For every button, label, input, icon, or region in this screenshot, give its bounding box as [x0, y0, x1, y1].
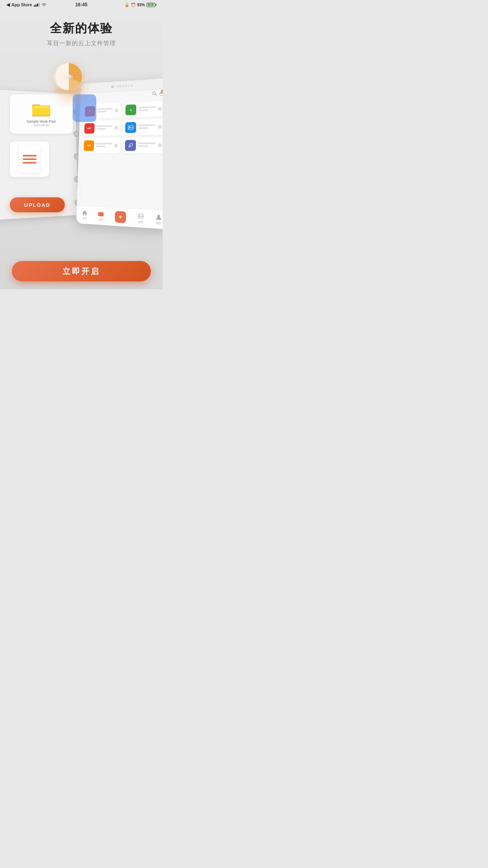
signal-bars: [34, 3, 40, 7]
svg-point-19: [139, 215, 140, 216]
folder-date: 2020.08.08: [33, 123, 49, 127]
svg-line-10: [155, 94, 156, 96]
gallery-icon: [137, 212, 144, 219]
file-info: [138, 124, 156, 130]
tab-files[interactable]: 文件: [98, 210, 104, 222]
svg-point-20: [158, 215, 160, 217]
folder-name: Sample Work Plan: [27, 120, 56, 123]
file-type-excel: X: [125, 104, 136, 115]
tab-plus-button[interactable]: +: [115, 211, 126, 223]
time-display: 16:45: [75, 2, 88, 7]
app-tabbar: 首页 文件 +: [76, 205, 163, 229]
pie-chart: 30%: [51, 59, 86, 94]
pie-label: 30%: [64, 74, 73, 79]
status-left: ◀ App Store: [6, 2, 47, 7]
title-section: 全新的体验 耳目一新的云上文件管理: [0, 9, 163, 51]
file-type-music: [125, 140, 136, 151]
file-info: [96, 125, 113, 131]
search-label: SEARCH: [117, 84, 134, 88]
tab-profile[interactable]: 我的: [155, 213, 162, 225]
folder-tab-icon: [98, 210, 104, 217]
tab-home-label: 首页: [82, 217, 87, 221]
ring-hole: [73, 131, 79, 137]
file-info: [138, 106, 156, 112]
user-icon: [155, 213, 162, 221]
svg-rect-6: [33, 107, 49, 108]
file-more: [115, 108, 119, 112]
file-type-image: [125, 122, 136, 133]
file-item: PPT: [82, 120, 121, 136]
battery-indicator: ⚡: [147, 3, 156, 7]
doc-card: [10, 142, 49, 177]
folder-icon: [31, 101, 51, 117]
file-item: TXT: [81, 138, 120, 153]
main-title: 全新的体验: [0, 20, 163, 37]
alarm-icon: ⏰: [131, 3, 136, 7]
sub-title: 耳目一新的云上文件管理: [0, 40, 163, 47]
home-icon: [82, 210, 88, 216]
file-item: [123, 119, 163, 135]
wifi-icon: [41, 3, 47, 7]
svg-rect-15: [128, 125, 133, 129]
tab-home[interactable]: 首页: [81, 210, 88, 221]
svg-point-16: [129, 126, 130, 127]
search-icon: [111, 85, 114, 88]
folder-card: Sample Work Plan 2020.08.08: [10, 94, 73, 134]
main-content: 全新的体验 耳目一新的云上文件管理 30%: [0, 9, 163, 289]
upload-button[interactable]: UPLOAD: [10, 197, 65, 212]
file-info: [138, 142, 156, 148]
tab-profile-label: 我的: [156, 221, 161, 225]
tab-files-label: 文件: [99, 217, 103, 221]
file-item: X: [123, 101, 163, 118]
file-type-ppt2: PPT: [84, 123, 95, 134]
status-right: 🔒 ⏰ 93% ⚡: [125, 3, 156, 7]
file-item: [123, 137, 163, 153]
illustration: 30% Sample Work Plan 2020.08.08: [0, 55, 163, 236]
svg-point-7: [112, 85, 114, 87]
file-info: [96, 143, 112, 148]
status-bar: ◀ App Store 16:45 🔒 ⏰ 93% ⚡: [0, 0, 163, 9]
file-info: [97, 108, 113, 114]
svg-line-8: [113, 87, 114, 88]
battery-percent: 93%: [137, 3, 145, 7]
file-more: [158, 125, 161, 129]
svg-point-9: [153, 92, 156, 95]
file-type-txt: TXT: [84, 140, 94, 151]
cta-label: 立即开启: [62, 266, 100, 277]
file-more: [114, 126, 118, 130]
carrier-label: App Store: [11, 2, 32, 7]
back-arrow[interactable]: ◀: [6, 2, 10, 7]
blue-file-card: [73, 94, 96, 122]
notification-button[interactable]: 12: [160, 91, 163, 98]
cta-button[interactable]: 立即开启: [12, 261, 151, 281]
file-more: [114, 143, 118, 147]
lock-icon: 🔒: [125, 3, 129, 7]
tab-gallery[interactable]: 相册: [137, 212, 144, 224]
file-more: [158, 107, 161, 111]
tab-gallery-label: 相册: [138, 220, 143, 224]
file-more: [158, 143, 162, 147]
cta-section: 立即开启: [0, 256, 163, 289]
search-toolbar-icon: [152, 91, 157, 96]
